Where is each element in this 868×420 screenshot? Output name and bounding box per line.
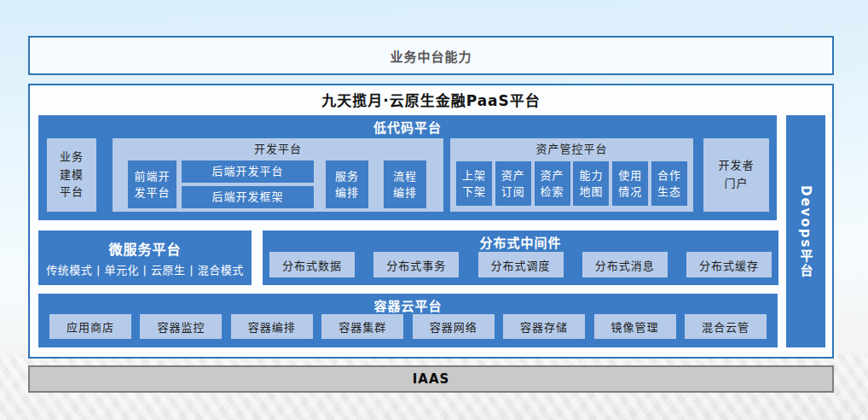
lowcode-title: 低代码平台: [38, 118, 777, 136]
container-cluster-box: 容器集群: [321, 314, 403, 339]
backend-platform-box: 后端开发平台: [182, 160, 314, 183]
business-midend-label: 业务中台能力: [390, 47, 472, 65]
architecture-diagram: 业务中台能力 九天揽月·云原生金融PaaS平台 低代码平台 业务建模平台 开发平…: [0, 0, 868, 420]
cooperation-eco-box: 合作生态: [651, 161, 687, 206]
frontend-dev-box: 前端开发平台: [128, 160, 176, 208]
developer-portal-label: 开发者门户: [715, 157, 757, 193]
container-storage-box: 容器存储: [503, 314, 585, 339]
asset-onboarding-box: 上架下架: [456, 161, 492, 206]
asset-control-row: 上架下架 资产订阅 资产检索 能力地图 使用情况 合作生态: [456, 161, 687, 206]
microservice-title: 微服务平台: [108, 238, 181, 259]
distributed-message-box: 分布式消息: [582, 252, 668, 277]
backend-dev-stack: 后端开发平台 后端开发框架: [182, 160, 314, 208]
section-distributed-middleware: 分布式中间件 分布式数据 分布式事务 分布式调度 分布式消息 分布式缓存: [263, 230, 778, 285]
backend-framework-box: 后端开发框架: [182, 186, 314, 208]
paas-platform-box: 九天揽月·云原生金融PaaS平台 低代码平台 业务建模平台 开发平台 前端开发平…: [28, 84, 834, 359]
section-microservice-platform: 微服务平台 传统模式 | 单元化 | 云原生 | 混合模式: [38, 230, 252, 285]
app-store-box: 应用商店: [49, 314, 131, 339]
section-container-cloud: 容器云平台 应用商店 容器监控 容器编排 容器集群 容器网络 容器存储 镜像管理…: [38, 294, 778, 347]
distributed-transaction-box: 分布式事务: [373, 252, 459, 277]
distributed-data-box: 分布式数据: [269, 252, 355, 277]
business-modeling-box: 业务建模平台: [47, 138, 96, 212]
dev-platform-panel: 开发平台 前端开发平台 后端开发平台 后端开发框架 服务编排 流程编排: [113, 138, 443, 212]
image-management-box: 镜像管理: [594, 314, 676, 339]
capability-map-box: 能力地图: [573, 161, 609, 206]
container-orchestration-box: 容器编排: [231, 314, 313, 339]
flow-orchestration-box: 流程编排: [384, 160, 426, 208]
asset-control-title: 资产管控平台: [450, 140, 693, 156]
business-modeling-label: 业务建模平台: [58, 149, 85, 201]
usage-status-box: 使用情况: [612, 161, 648, 206]
container-cloud-row: 应用商店 容器监控 容器编排 容器集群 容器网络 容器存储 镜像管理 混合云管: [49, 314, 767, 339]
hybrid-cloud-mgmt-box: 混合云管: [685, 314, 767, 339]
business-midend-box: 业务中台能力: [28, 36, 834, 75]
iaas-bar: IAAS: [28, 365, 834, 393]
dev-platform-title: 开发平台: [113, 140, 443, 156]
distributed-scheduling-box: 分布式调度: [478, 252, 564, 277]
service-orchestration-box: 服务编排: [326, 160, 368, 208]
microservice-modes: 传统模式 | 单元化 | 云原生 | 混合模式: [46, 261, 243, 277]
container-cloud-title: 容器云平台: [38, 296, 778, 314]
iaas-label: IAAS: [413, 371, 450, 387]
middleware-row: 分布式数据 分布式事务 分布式调度 分布式消息 分布式缓存: [269, 252, 772, 277]
developer-portal-box: 开发者门户: [703, 138, 769, 212]
container-network-box: 容器网络: [413, 314, 495, 339]
asset-control-panel: 资产管控平台 上架下架 资产订阅 资产检索 能力地图 使用情况 合作生态: [450, 138, 693, 212]
section-lowcode-platform: 低代码平台 业务建模平台 开发平台 前端开发平台 后端开发平台 后端开发框架 服…: [38, 115, 777, 220]
devops-platform-label: Devops平台: [797, 185, 815, 277]
middleware-title: 分布式中间件: [263, 233, 778, 251]
platform-title: 九天揽月·云原生金融PaaS平台: [30, 89, 832, 110]
asset-subscription-box: 资产订阅: [495, 161, 531, 206]
asset-search-box: 资产检索: [535, 161, 570, 206]
distributed-cache-box: 分布式缓存: [686, 252, 772, 277]
container-monitor-box: 容器监控: [140, 314, 222, 339]
devops-platform-bar: Devops平台: [786, 115, 825, 347]
